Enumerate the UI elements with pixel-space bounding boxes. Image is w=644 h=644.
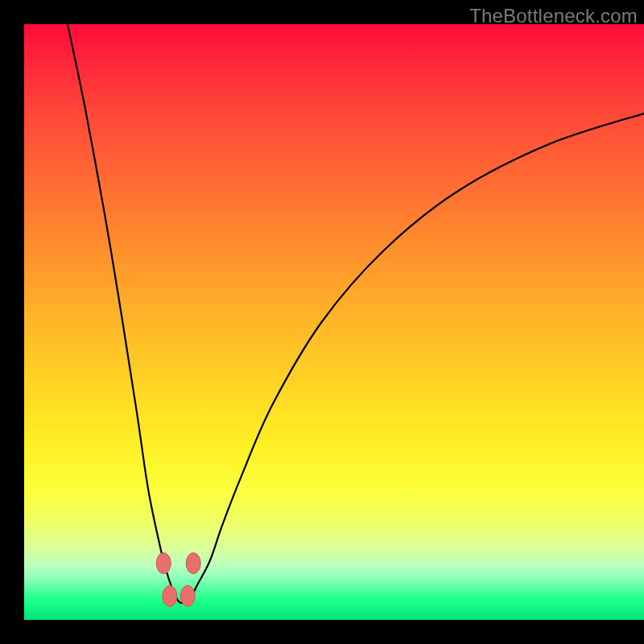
bottleneck-curve-svg [24, 24, 644, 620]
watermark-label: TheBottleneck.com [469, 5, 638, 27]
curve-marker-3 [180, 585, 195, 606]
curve-marker-1 [186, 553, 200, 574]
chart-stage: TheBottleneck.com [0, 0, 644, 644]
curve-marker-2 [163, 585, 177, 606]
curve-marker-0 [156, 553, 171, 574]
plot-area [24, 24, 644, 620]
markers-group [156, 553, 200, 607]
bottleneck-curve-path [68, 24, 644, 603]
